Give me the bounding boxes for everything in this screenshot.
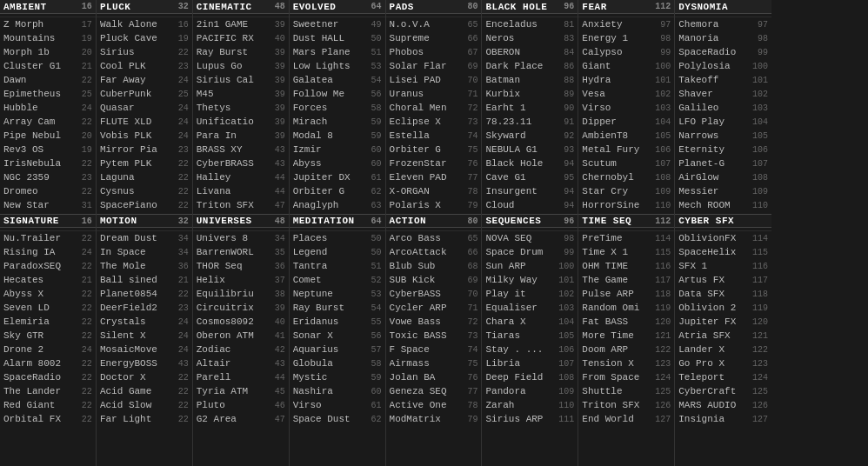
list-item[interactable]: Planet-G107 — [675, 156, 771, 170]
list-item[interactable]: Tantra51 — [290, 259, 385, 273]
list-item[interactable]: Dromeo22 — [0, 184, 96, 198]
list-item[interactable]: Walk Alone16 — [97, 17, 192, 31]
list-item[interactable]: Chara X104 — [482, 315, 578, 329]
list-item[interactable]: Unificatio39 — [193, 115, 289, 129]
list-item[interactable]: Phobos67 — [386, 45, 482, 59]
list-item[interactable]: Mirach59 — [290, 115, 385, 129]
list-item[interactable]: Lander X122 — [675, 343, 771, 356]
list-item[interactable]: Oberon ATM41 — [193, 329, 289, 343]
list-item[interactable]: Cosmos809240 — [193, 315, 289, 329]
list-item[interactable]: Vesa102 — [578, 87, 674, 101]
list-item[interactable]: Dark Place86 — [482, 59, 578, 73]
list-item[interactable]: Comet52 — [290, 273, 385, 287]
list-item[interactable]: ParadoxSEQ22 — [0, 259, 96, 273]
list-item[interactable]: CuberPunk25 — [97, 87, 192, 101]
list-item[interactable]: Sirius22 — [97, 45, 192, 59]
list-item[interactable]: Planet085422 — [97, 287, 192, 301]
list-item[interactable]: Anaglyph63 — [290, 198, 385, 212]
list-item[interactable]: Zarah110 — [482, 398, 578, 412]
list-item[interactable]: Vobis PLK24 — [97, 129, 192, 143]
list-item[interactable]: Chernobyl108 — [578, 170, 674, 184]
list-item[interactable]: CyberBASS70 — [386, 287, 482, 301]
list-item[interactable]: Pipe Nebul20 — [0, 129, 96, 143]
list-item[interactable]: Zodiac42 — [193, 343, 289, 356]
list-item[interactable]: Thetys39 — [193, 101, 289, 115]
list-item[interactable]: Cloud94 — [482, 198, 578, 212]
list-item[interactable]: Mars Plane51 — [290, 45, 385, 59]
list-item[interactable]: BarrenWORL35 — [193, 245, 289, 259]
list-item[interactable]: Sweetner49 — [290, 17, 385, 31]
list-item[interactable]: Teleport124 — [675, 370, 771, 384]
list-item[interactable]: Neptune53 — [290, 287, 385, 301]
list-item[interactable]: Pulse ARP118 — [578, 287, 674, 301]
list-item[interactable]: M4539 — [193, 87, 289, 101]
list-item[interactable]: The Lander22 — [0, 384, 96, 398]
list-item[interactable]: Star Cry109 — [578, 184, 674, 198]
list-item[interactable]: Seven LD22 — [0, 301, 96, 315]
list-item[interactable]: HorrorSine110 — [578, 198, 674, 212]
list-item[interactable]: NOVA SEQ98 — [482, 231, 578, 245]
list-item[interactable]: In Space34 — [97, 245, 192, 259]
list-item[interactable]: CyberCraft125 — [675, 384, 771, 398]
list-item[interactable]: Tyria ATM45 — [193, 384, 289, 398]
list-item[interactable]: SpacePiano22 — [97, 198, 192, 212]
list-item[interactable]: Orbiter G75 — [386, 143, 482, 156]
list-item[interactable]: Altair43 — [193, 356, 289, 370]
list-item[interactable]: SpaceRadio22 — [0, 370, 96, 384]
list-item[interactable]: Alarm 800222 — [0, 356, 96, 370]
list-item[interactable]: SFX 1116 — [675, 259, 771, 273]
list-item[interactable]: Batman88 — [482, 73, 578, 87]
list-item[interactable]: Space Drum99 — [482, 245, 578, 259]
list-item[interactable]: ModMatrix79 — [386, 412, 482, 426]
list-item[interactable]: Places50 — [290, 231, 385, 245]
list-item[interactable]: Enceladus81 — [482, 17, 578, 31]
list-item[interactable]: Blub Sub68 — [386, 259, 482, 273]
list-item[interactable]: Shuttle125 — [578, 384, 674, 398]
list-item[interactable]: Metal Fury106 — [578, 143, 674, 156]
list-item[interactable]: Estella74 — [386, 129, 482, 143]
list-item[interactable]: NGC 235923 — [0, 170, 96, 184]
list-item[interactable]: Ball sined21 — [97, 273, 192, 287]
list-item[interactable]: Dust HALL50 — [290, 31, 385, 45]
list-item[interactable]: Legend50 — [290, 245, 385, 259]
list-item[interactable]: Eclipse X73 — [386, 115, 482, 129]
list-item[interactable]: From Space124 — [578, 370, 674, 384]
list-item[interactable]: Mech ROOM110 — [675, 198, 771, 212]
list-item[interactable]: Jolan BA76 — [386, 370, 482, 384]
list-item[interactable]: Milky Way101 — [482, 273, 578, 287]
list-item[interactable]: SUB Kick69 — [386, 273, 482, 287]
list-item[interactable]: Pytem PLK22 — [97, 156, 192, 170]
list-item[interactable]: Acid Game22 — [97, 384, 192, 398]
list-item[interactable]: Active One78 — [386, 398, 482, 412]
list-item[interactable]: Earht 190 — [482, 101, 578, 115]
list-item[interactable]: Virso103 — [578, 101, 674, 115]
list-item[interactable]: SpaceHelix115 — [675, 245, 771, 259]
list-item[interactable]: Doctor X22 — [97, 370, 192, 384]
list-item[interactable]: OHM TIME116 — [578, 259, 674, 273]
list-item[interactable]: Dipper104 — [578, 115, 674, 129]
list-item[interactable]: Eternity106 — [675, 143, 771, 156]
list-item[interactable]: Insurgent94 — [482, 184, 578, 198]
list-item[interactable]: NEBULA G193 — [482, 143, 578, 156]
list-item[interactable]: Array Cam22 — [0, 115, 96, 129]
list-item[interactable]: Time X 1115 — [578, 245, 674, 259]
list-item[interactable]: Fat BASS120 — [578, 315, 674, 329]
list-item[interactable]: Cycler ARP71 — [386, 301, 482, 315]
list-item[interactable]: Modal 859 — [290, 129, 385, 143]
list-item[interactable]: ArcoAttack66 — [386, 245, 482, 259]
list-item[interactable]: THOR Seq36 — [193, 259, 289, 273]
list-item[interactable]: Triton SFX126 — [578, 398, 674, 412]
list-item[interactable]: BRASS XY43 — [193, 143, 289, 156]
list-item[interactable]: Quasar24 — [97, 101, 192, 115]
list-item[interactable]: Elemiria22 — [0, 315, 96, 329]
list-item[interactable]: Pluck Cave19 — [97, 31, 192, 45]
list-item[interactable]: Shaver102 — [675, 87, 771, 101]
list-item[interactable]: LFO Play104 — [675, 115, 771, 129]
list-item[interactable]: FrozenStar76 — [386, 156, 482, 170]
list-item[interactable]: Silent X24 — [97, 329, 192, 343]
list-item[interactable]: MARS AUDIO126 — [675, 398, 771, 412]
list-item[interactable]: IrisNebula22 — [0, 156, 96, 170]
list-item[interactable]: Geneza SEQ77 — [386, 384, 482, 398]
list-item[interactable]: Insignia127 — [675, 412, 771, 426]
list-item[interactable]: Crystals24 — [97, 315, 192, 329]
